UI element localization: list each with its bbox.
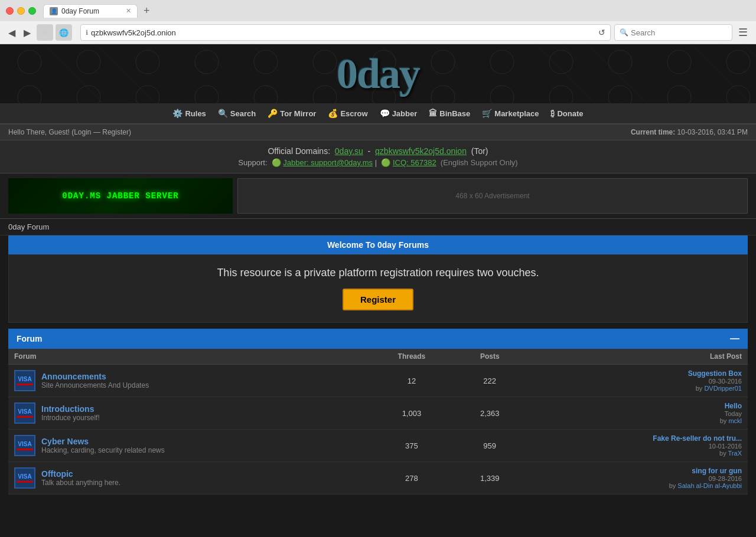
minimize-window-button[interactable] [17, 7, 25, 15]
last-post-date: 10-01-2016 [530, 443, 742, 450]
forum-name-cell: VISA Cyber News Hacking, carding, securi… [14, 435, 362, 456]
table-row: VISA Introductions Introduce yourself! 1… [8, 397, 748, 430]
last-post-title: Hello [530, 402, 742, 410]
browser-logo-icon[interactable]: 🌐 [56, 24, 72, 41]
domain1-link[interactable]: 0day.su [335, 146, 363, 156]
nav-jabber-label: Jabber [392, 109, 418, 118]
threads-count: 278 [368, 462, 455, 495]
forum-desc: Site Announcements And Updates [41, 381, 149, 389]
jabber-support-link[interactable]: Jabber: support@0day.ms [283, 158, 373, 167]
col-posts: Posts [455, 349, 524, 365]
nav-tor-mirror[interactable]: 🔑 Tor Mirror [263, 107, 321, 120]
last-post-author[interactable]: Salah al-Din al-Ayubbi [677, 482, 742, 489]
col-threads: Threads [368, 349, 455, 365]
forward-button[interactable]: ▶ [21, 26, 33, 40]
site-logo: 0day [337, 50, 419, 99]
tor-icon: 🔑 [268, 109, 278, 118]
posts-count: 1,339 [455, 462, 524, 495]
forum-icon: VISA [14, 370, 35, 391]
icq-support-link[interactable]: ICQ: 567382 [393, 158, 436, 167]
forum-icon: VISA [14, 435, 35, 456]
greeting-text: Hello There, Guest! (Login — Register) [8, 128, 131, 136]
last-post-author[interactable]: TraX [728, 450, 742, 457]
browser-titlebar: 👤 0day Forum ✕ + [0, 0, 756, 21]
last-post-author[interactable]: DVDripper01 [704, 385, 742, 392]
reload-button[interactable]: ↺ [598, 28, 605, 37]
forum-name-link[interactable]: Cyber News [41, 437, 89, 446]
last-post-author[interactable]: mckl [728, 417, 742, 424]
threads-count: 1,003 [368, 397, 455, 430]
nav-escrow[interactable]: 💰 Escrow [323, 107, 372, 120]
maximize-window-button[interactable] [28, 7, 36, 15]
register-link[interactable]: Register [102, 128, 129, 136]
jabber-ad-banner[interactable]: 0DAY.MS JABBER SERVER [8, 178, 233, 214]
address-input[interactable] [91, 28, 596, 37]
tab-favicon-icon: 👤 [50, 7, 58, 15]
threads-count: 375 [368, 430, 455, 462]
search-nav-icon: 🔍 [218, 109, 228, 118]
nav-donate-label: Donate [557, 109, 583, 118]
site-header: 0day [0, 44, 756, 103]
forum-desc: Introduce yourself! [41, 414, 100, 422]
last-post-cell: sing for ur gun 09-28-2016 by Salah al-D… [524, 462, 748, 495]
ads-row: 0DAY.MS JABBER SERVER 468 x 60 Advertise… [0, 173, 756, 219]
search-bar-wrap: 🔍 [614, 24, 732, 41]
rules-icon: ⚙️ [172, 109, 183, 118]
back-button[interactable]: ◀ [6, 26, 18, 40]
nav-tor-label: Tor Mirror [280, 109, 316, 118]
forum-name-cell: VISA Introductions Introduce yourself! [14, 402, 362, 424]
forum-collapse-button[interactable]: — [730, 333, 739, 344]
nav-jabber[interactable]: 💬 Jabber [375, 107, 422, 120]
active-tab[interactable]: 👤 0day Forum ✕ [43, 4, 138, 18]
last-post-date: Today [530, 410, 742, 417]
table-row: VISA Announcements Site Announcements An… [8, 365, 748, 397]
new-tab-button[interactable]: + [140, 4, 154, 18]
close-window-button[interactable] [6, 7, 14, 15]
posts-count: 2,363 [455, 397, 524, 430]
nav-binbase[interactable]: 🏛 BinBase [424, 107, 475, 120]
forum-name-link[interactable]: Introductions [41, 404, 94, 414]
nav-rules[interactable]: ⚙️ Rules [168, 107, 210, 120]
last-post-title: sing for ur gun [530, 467, 742, 475]
domain2-link[interactable]: qzbkwswfv5k2oj5d.onion [375, 146, 467, 156]
forum-table: Forum Threads Posts Last Post VISA Annou… [8, 349, 748, 495]
threads-count: 12 [368, 365, 455, 397]
toolbar-icons: S 🌐 [37, 24, 72, 41]
tab-bar: 👤 0day Forum ✕ + [43, 4, 750, 18]
forum-name-link[interactable]: Offtopic [41, 469, 73, 479]
forum-name-cell: VISA Announcements Site Announcements An… [14, 370, 362, 391]
login-link[interactable]: Login [74, 128, 91, 136]
nav-donate[interactable]: ₿ Donate [546, 107, 588, 120]
nav-marketplace[interactable]: 🛒 Marketplace [477, 107, 543, 120]
address-bar-wrap: ℹ ↺ [80, 24, 611, 41]
forum-name-link[interactable]: Announcements [41, 372, 106, 381]
binbase-icon: 🏛 [429, 109, 437, 118]
donate-icon: ₿ [550, 109, 555, 118]
last-post-by: by TraX [530, 450, 742, 457]
welcome-header: Welcome To 0day Forums [8, 235, 748, 254]
forum-icon: VISA [14, 402, 35, 424]
table-row: VISA Cyber News Hacking, carding, securi… [8, 430, 748, 462]
forum-icon: VISA [14, 467, 35, 489]
breadcrumb-text: 0day Forum [8, 222, 49, 231]
browser-menu-button[interactable]: ☰ [736, 25, 750, 40]
marketplace-icon: 🛒 [482, 109, 492, 118]
jabber-support: 🟢 Jabber: support@0day.ms [272, 158, 373, 167]
escrow-icon: 💰 [328, 109, 338, 118]
forum-desc: Talk about anything here. [41, 479, 120, 487]
ad-jabber-text: 0DAY.MS JABBER SERVER [62, 191, 178, 201]
domains-line: Official Domains: 0day.su - qzbkwswfv5k2… [6, 146, 750, 156]
breadcrumb: 0day Forum [0, 219, 756, 235]
last-post-date: 09-28-2016 [530, 475, 742, 482]
last-post-cell: Fake Re-seller do not tru... 10-01-2016 … [524, 430, 748, 462]
tab-close-button[interactable]: ✕ [126, 7, 131, 15]
nav-binbase-label: BinBase [439, 109, 470, 118]
last-post-date: 09-30-2016 [530, 378, 742, 385]
col-last-post: Last Post [524, 349, 748, 365]
forum-section-label: Forum [17, 334, 43, 343]
search-input[interactable] [631, 28, 727, 37]
register-button[interactable]: Register [343, 289, 413, 310]
extensions-icon[interactable]: S [37, 24, 53, 41]
tab-title: 0day Forum [61, 7, 99, 15]
nav-search[interactable]: 🔍 Search [213, 107, 260, 120]
